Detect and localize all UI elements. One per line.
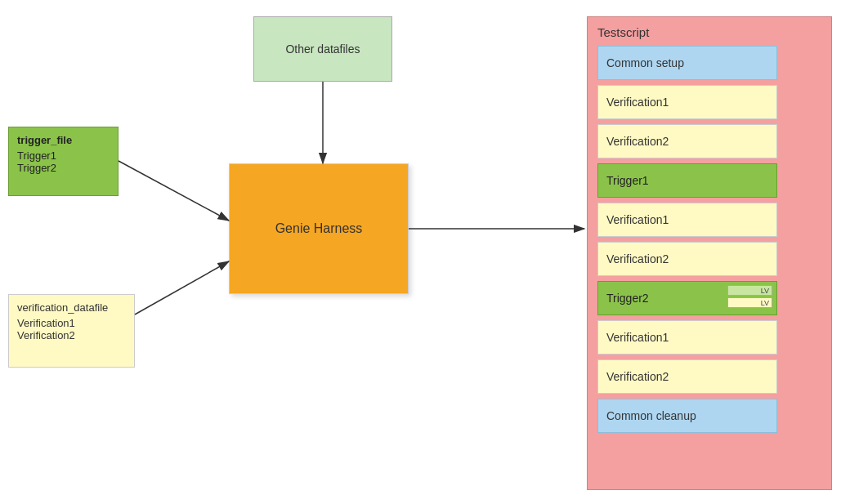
verification-datafile-title: verification_datafile: [17, 301, 126, 314]
ts-label-verification1-c: Verification1: [606, 331, 669, 344]
testscript-panel: Testscript Common setup Verification1 Ve…: [587, 16, 832, 490]
ts-label-verification2-a: Verification2: [606, 135, 669, 148]
testscript-title: Testscript: [597, 25, 821, 39]
ts-item-trigger2: Trigger2 LV LV: [597, 281, 777, 315]
verification-datafile-item2: Verification2: [17, 329, 126, 341]
diagram-container: Other datafiles trigger_file Trigger1 Tr…: [0, 0, 850, 504]
verification-datafile-item1: Verification1: [17, 317, 126, 329]
ts-label-trigger2: Trigger2: [606, 292, 649, 305]
ts-item-common-cleanup: Common cleanup: [597, 399, 777, 433]
lv-bar-2: LV: [727, 297, 772, 308]
arrow-verification-to-harness: [135, 261, 229, 314]
ts-label-trigger1: Trigger1: [606, 174, 649, 187]
trigger-file-item1: Trigger1: [17, 149, 110, 162]
ts-label-verification1-b: Verification1: [606, 213, 669, 226]
ts-label-verification1-a: Verification1: [606, 96, 669, 109]
genie-harness-box: Genie Harness: [229, 163, 409, 294]
ts-item-verification2-c: Verification2: [597, 359, 777, 394]
ts-item-verification2-b: Verification2: [597, 242, 777, 276]
ts-item-trigger1: Trigger1: [597, 163, 777, 198]
lv-label-1: LV: [761, 287, 769, 295]
ts-item-verification2-a: Verification2: [597, 124, 777, 158]
verification-datafile-box: verification_datafile Verification1 Veri…: [8, 294, 135, 368]
ts-label-common-cleanup: Common cleanup: [606, 409, 696, 422]
ts-item-verification1-b: Verification1: [597, 203, 777, 237]
lv-container: LV LV: [727, 285, 772, 308]
lv-label-2: LV: [761, 299, 769, 307]
trigger-file-box: trigger_file Trigger1 Trigger2: [8, 127, 119, 196]
other-datafiles-box: Other datafiles: [253, 16, 392, 82]
ts-item-verification1-a: Verification1: [597, 85, 777, 119]
other-datafiles-label: Other datafiles: [285, 42, 360, 56]
lv-bar-1: LV: [727, 285, 772, 296]
ts-label-verification2-b: Verification2: [606, 252, 669, 265]
arrow-trigger-to-harness: [119, 161, 229, 221]
genie-harness-label: Genie Harness: [275, 221, 363, 236]
ts-label-common-setup: Common setup: [606, 56, 684, 69]
trigger-file-item2: Trigger2: [17, 162, 110, 174]
ts-item-common-setup: Common setup: [597, 46, 777, 80]
ts-label-verification2-c: Verification2: [606, 370, 669, 383]
ts-item-verification1-c: Verification1: [597, 320, 777, 355]
trigger-file-title: trigger_file: [17, 134, 110, 146]
